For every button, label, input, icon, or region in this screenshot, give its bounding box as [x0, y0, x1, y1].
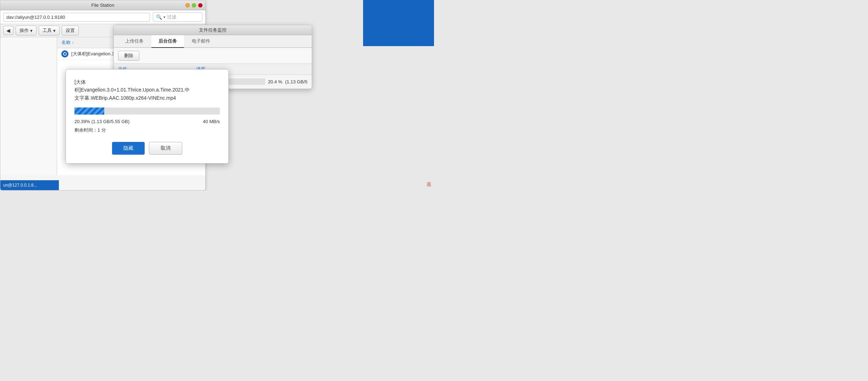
settings-button[interactable]: 设置	[62, 26, 79, 35]
minimize-button[interactable]	[185, 3, 190, 7]
file-type-icon	[61, 50, 68, 57]
operations-arrow: ▾	[30, 28, 33, 33]
search-box[interactable]: 🔍 ▾ 过滤	[153, 12, 202, 22]
tooltip-speed: 40 MB/s	[203, 119, 220, 124]
tooltip-time: 剩余时间：1 分	[74, 127, 220, 133]
tooltip-progress-bar-container	[74, 107, 220, 115]
tab-email[interactable]: 电子邮件	[185, 35, 217, 48]
progress-tooltip-popup: [大体 积]Evangelion.3.0+1.01.Thrice.Upon.a.…	[66, 69, 229, 164]
tooltip-stats: 20.39% (1.13 GB/5.55 GB) 40 MB/s	[74, 119, 220, 124]
tooltip-percent-size: 20.39% (1.13 GB/5.55 GB)	[74, 119, 129, 124]
address-input[interactable]	[3, 13, 150, 22]
maximize-button[interactable]	[192, 3, 196, 7]
blue-panel	[363, 0, 434, 46]
file-icon-dot	[64, 53, 66, 55]
address-bar: 🔍 ▾ 过滤	[0, 10, 205, 24]
name-column-header[interactable]: 名称	[61, 39, 71, 46]
settings-label: 设置	[66, 27, 75, 34]
tooltip-progress-fill	[74, 107, 104, 115]
search-icon: 🔍	[156, 14, 162, 20]
monitor-toolbar: 删除	[114, 48, 312, 64]
close-button[interactable]	[198, 3, 202, 7]
window-controls	[185, 3, 202, 7]
search-dropdown-arrow[interactable]: ▾	[163, 15, 166, 20]
status-bar-text: un@127.0.0.1:8...	[3, 183, 37, 188]
monitor-title-bar: 文件任务监控	[114, 25, 312, 35]
status-bar: un@127.0.0.1:8...	[0, 180, 59, 190]
tooltip-filename: [大体 积]Evangelion.3.0+1.01.Thrice.Upon.a.…	[74, 78, 220, 102]
tools-arrow: ▾	[53, 28, 56, 33]
tab-background-tasks[interactable]: 后台任务	[151, 35, 184, 48]
tools-label: 工具	[43, 27, 52, 34]
task-size: (1.13 GB/5	[285, 79, 307, 84]
task-percent: 20.4 %	[268, 79, 282, 84]
file-icon-inner	[63, 52, 67, 56]
title-bar: File Station	[0, 0, 205, 10]
cancel-button[interactable]: 取消	[149, 142, 182, 155]
tab-upload-tasks[interactable]: 上传任务	[118, 35, 151, 48]
monitor-title: 文件任务监控	[199, 27, 227, 33]
hide-button[interactable]: 隐藏	[112, 142, 145, 155]
tooltip-buttons: 隐藏 取消	[74, 142, 220, 155]
operations-button[interactable]: 操作 ▾	[16, 26, 37, 35]
search-placeholder: 过滤	[167, 14, 176, 20]
watermark: 题	[427, 181, 431, 188]
back-button[interactable]: ◀	[3, 26, 13, 35]
delete-button[interactable]: 删除	[118, 51, 139, 61]
app-title: File Station	[91, 2, 114, 8]
sidebar	[0, 37, 57, 175]
operations-label: 操作	[20, 27, 29, 34]
sort-arrow-icon: ↑	[72, 40, 74, 45]
tools-button[interactable]: 工具 ▾	[39, 26, 60, 35]
monitor-tabs: 上传任务 后台任务 电子邮件	[114, 35, 312, 48]
